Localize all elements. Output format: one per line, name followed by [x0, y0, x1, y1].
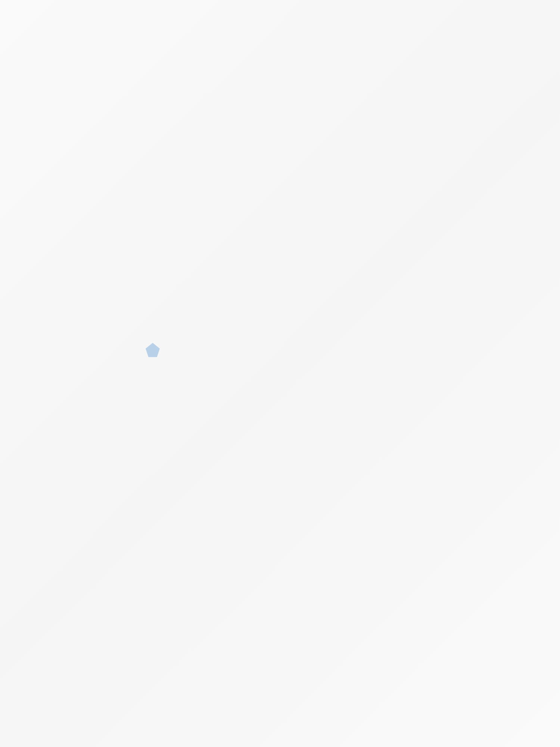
- house-icon: [146, 343, 160, 357]
- lyrics-column: [26, 78, 435, 196]
- chord-diagrams-column: [444, 78, 539, 196]
- watermark-center: [146, 340, 162, 358]
- header: [26, 17, 539, 65]
